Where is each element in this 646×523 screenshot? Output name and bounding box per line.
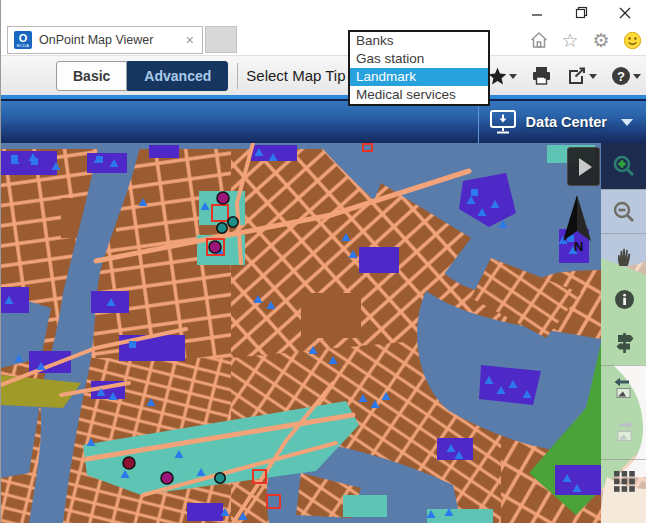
star-filled-icon xyxy=(488,67,507,86)
directions-tool[interactable] xyxy=(601,321,646,365)
zoom-out-icon xyxy=(612,200,636,224)
advanced-mode-button[interactable]: Advanced xyxy=(127,61,228,91)
print-button[interactable] xyxy=(531,66,552,86)
maptip-option-2[interactable]: Landmark xyxy=(350,68,488,86)
north-arrow: N xyxy=(559,193,595,255)
previous-extent-icon xyxy=(613,376,635,400)
help-icon: ? xyxy=(611,66,631,86)
map-tip-layer-dropdown: Banks Gas station Landmark Medical servi… xyxy=(348,30,490,106)
maptip-option-1[interactable]: Gas station xyxy=(350,50,488,68)
minimize-button[interactable] xyxy=(515,0,559,25)
new-tab-stub[interactable] xyxy=(205,26,237,53)
app-banner: Data Center xyxy=(1,99,646,143)
zoom-out-tool[interactable] xyxy=(601,189,646,233)
identify-tool[interactable] xyxy=(601,277,646,321)
help-menu-button[interactable]: ? xyxy=(611,66,641,86)
data-center-label: Data Center xyxy=(526,114,607,130)
home-icon[interactable] xyxy=(528,29,550,51)
printer-icon xyxy=(531,66,552,86)
tab-title: OnPoint Map Viewer xyxy=(39,33,184,47)
zoom-in-icon xyxy=(612,154,636,178)
svg-text:?: ? xyxy=(617,69,625,84)
close-button[interactable] xyxy=(603,0,646,25)
basic-mode-button[interactable]: Basic xyxy=(56,61,127,91)
title-bar xyxy=(1,0,646,25)
map-viewport[interactable]: N xyxy=(1,143,646,523)
quick-icon-bar: ☆ ⚙ xyxy=(528,27,643,53)
close-icon xyxy=(619,7,631,19)
pan-tool[interactable] xyxy=(601,233,646,277)
svg-text:N: N xyxy=(574,239,583,254)
export-menu-button[interactable] xyxy=(566,66,597,86)
zoom-in-tool[interactable] xyxy=(601,143,646,189)
restore-button[interactable] xyxy=(559,0,603,25)
main-toolbar: Basic Advanced Select Map Tip Layer xyxy=(1,55,646,95)
map-tool-bar xyxy=(601,143,646,523)
window-controls xyxy=(515,0,646,25)
grid-view-tool[interactable] xyxy=(601,459,646,503)
next-extent-icon xyxy=(613,419,635,443)
toolbar-icon-group: ? xyxy=(488,56,641,96)
tab-onpoint-map-viewer[interactable]: O BCDA OnPoint Map Viewer × xyxy=(7,26,203,54)
data-center-menu[interactable]: Data Center xyxy=(478,101,646,143)
caret-down-icon xyxy=(621,119,633,126)
data-center-monitor-icon xyxy=(489,109,517,136)
previous-extent-tool[interactable] xyxy=(601,365,646,409)
expand-panel-button[interactable] xyxy=(567,147,600,186)
maptip-option-0[interactable]: Banks xyxy=(350,32,488,50)
gis-map-canvas[interactable] xyxy=(1,143,646,523)
feedback-smiley-icon[interactable] xyxy=(621,29,643,51)
restore-icon xyxy=(575,6,588,19)
minimize-icon xyxy=(531,7,543,19)
onpoint-map-viewer-window: O BCDA OnPoint Map Viewer × ☆ ⚙ Basic Ad… xyxy=(0,0,646,523)
grid-icon xyxy=(613,470,636,493)
favorites-star-icon[interactable]: ☆ xyxy=(559,29,581,51)
pan-hand-icon xyxy=(613,244,635,268)
signpost-icon xyxy=(613,331,636,355)
favorites-menu-button[interactable] xyxy=(488,67,517,86)
next-extent-tool[interactable] xyxy=(601,409,646,453)
onpoint-logo-icon: O BCDA xyxy=(14,31,32,49)
play-arrow-icon xyxy=(579,158,592,176)
toolbar-divider xyxy=(237,63,238,89)
caret-down-icon xyxy=(589,74,597,79)
tab-close-icon[interactable]: × xyxy=(184,32,196,48)
export-icon xyxy=(566,66,587,86)
tab-strip: O BCDA OnPoint Map Viewer × ☆ ⚙ xyxy=(1,25,646,55)
mode-switch: Basic Advanced xyxy=(56,61,228,91)
info-icon xyxy=(613,288,636,311)
caret-down-icon xyxy=(509,74,517,79)
settings-gear-icon[interactable]: ⚙ xyxy=(590,29,612,51)
caret-down-icon xyxy=(633,74,641,79)
maptip-option-3[interactable]: Medical services xyxy=(350,86,488,104)
